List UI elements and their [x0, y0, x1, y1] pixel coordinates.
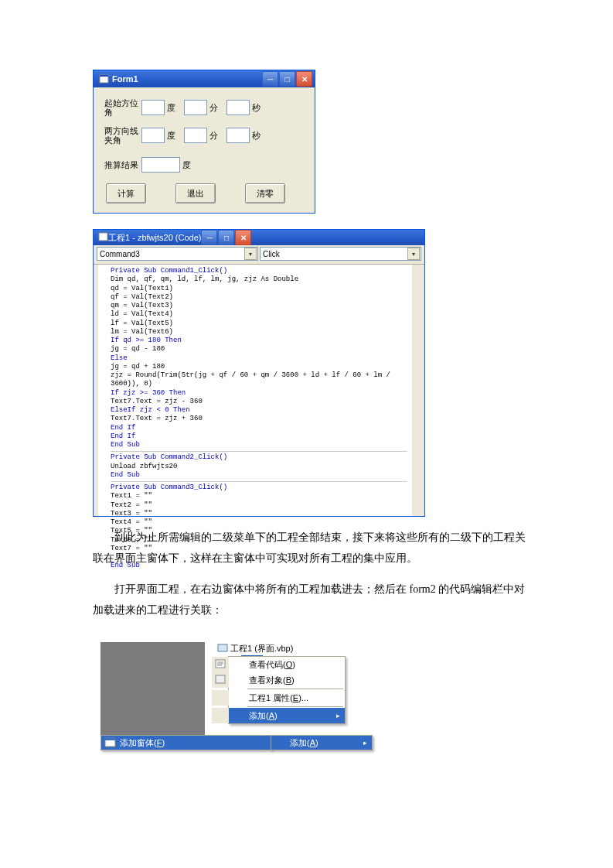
form1-title: Form1 [112, 74, 262, 84]
text2-min[interactable] [184, 100, 207, 115]
unit-min2: 分 [209, 130, 223, 142]
ctx-separator [247, 689, 343, 689]
ctx-view-object[interactable]: 查看对象(B) [212, 672, 345, 688]
submenu-add: 添加窗体(F) [100, 735, 272, 750]
project-icon [217, 643, 228, 654]
clear-button[interactable]: 清零 [245, 183, 285, 203]
unit-deg3: 度 [182, 159, 196, 171]
sub-add-form-label: 添加窗体(F) [120, 737, 165, 749]
buttons-row: 计算 退出 清零 [104, 183, 307, 203]
window-buttons: ─ □ ✕ [262, 71, 312, 87]
ctx-view-code[interactable]: 查看代码(O) [212, 657, 345, 672]
text4-deg[interactable] [141, 128, 165, 143]
unit-min: 分 [209, 102, 223, 114]
svg-rect-10 [105, 738, 115, 740]
code-body[interactable]: Private Sub Command1_Click()Dim qd, qf, … [94, 265, 424, 516]
unit-deg2: 度 [167, 130, 181, 142]
label-start-azimuth: 起始方位角 [104, 98, 141, 117]
code-maximize-button[interactable]: □ [218, 230, 234, 245]
form-icon [98, 74, 109, 84]
label-angle: 两方向线夹角 [104, 126, 141, 145]
unit-sec: 秒 [252, 102, 266, 114]
form1-window: Form1 ─ □ ✕ 起始方位角 度 分 秒 两方向线夹角 度 [93, 70, 315, 214]
unit-deg: 度 [167, 102, 181, 114]
object-icon [214, 674, 226, 686]
ctx-props-label: 工程1 属性(E)... [249, 692, 308, 704]
paragraph-2: 打开界面工程，在右边窗体中将所有的工程加载进去；然后在 form2 的代码编辑栏… [93, 579, 536, 620]
code-close-button[interactable]: ✕ [235, 230, 251, 245]
tree-root[interactable]: 工程1 (界面.vbp) [205, 642, 470, 654]
row-result: 推算结果 度 [104, 154, 307, 176]
form-add-icon [104, 737, 117, 748]
text6-sec[interactable] [226, 128, 250, 143]
proc-combo[interactable]: Click [260, 247, 421, 261]
code-toolbar: Command3 Click [94, 245, 424, 265]
ctx-properties[interactable]: 工程1 属性(E)... [212, 690, 345, 706]
code-minimize-button[interactable]: ─ [201, 230, 217, 245]
svg-rect-1 [100, 75, 108, 77]
row-start-azimuth: 起始方位角 度 分 秒 [104, 97, 307, 118]
maximize-button[interactable]: □ [279, 71, 295, 87]
unit-sec2: 秒 [252, 130, 266, 142]
svg-rect-2 [99, 233, 107, 241]
ctx-separator-2 [247, 706, 343, 707]
object-combo[interactable]: Command3 [97, 247, 258, 261]
tree-root-label: 工程1 (界面.vbp) [230, 643, 293, 654]
ctx-add[interactable]: 添加(A) ▸ [212, 708, 345, 723]
code-titlebar: 工程1 - zbfwjts20 (Code) ─ □ ✕ [94, 230, 424, 245]
minimize-button[interactable]: ─ [262, 71, 278, 87]
vb-icon [98, 232, 108, 243]
form1-titlebar: Form1 ─ □ ✕ [94, 70, 315, 87]
code-window: 工程1 - zbfwjts20 (Code) ─ □ ✕ Command3 Cl… [93, 229, 425, 517]
code-window-buttons: ─ □ ✕ [201, 230, 251, 245]
form1-body: 起始方位角 度 分 秒 两方向线夹角 度 分 秒 推算结果 度 [94, 87, 315, 213]
sub2-add-label: 添加(A) [290, 737, 318, 749]
ctx-view-code-label: 查看代码(O) [249, 659, 295, 671]
label-result: 推算结果 [104, 160, 141, 169]
text5-min[interactable] [184, 128, 207, 143]
sub2-add[interactable]: 添加(A) [271, 736, 372, 750]
code-title: 工程1 - zbfwjts20 (Code) [108, 232, 201, 244]
mdi-gray-pane [100, 642, 205, 735]
svg-rect-3 [218, 644, 227, 651]
text1-deg[interactable] [141, 100, 165, 115]
ctx-add-label: 添加(A) [249, 710, 278, 722]
project-explorer-area: 工程1 (界面.vbp) 窗体 查看代码(O) 查看对象(B) 工程1 属性(E… [100, 642, 470, 749]
calc-button[interactable]: 计算 [106, 183, 146, 203]
code-icon [214, 658, 226, 671]
submenu-arrow-icon: ▸ [336, 712, 340, 719]
text7-result[interactable] [141, 157, 180, 173]
context-menu: 查看代码(O) 查看对象(B) 工程1 属性(E)... 添加(A) ▸ [228, 656, 346, 724]
svg-rect-8 [216, 675, 225, 683]
ctx-view-obj-label: 查看对象(B) [249, 675, 295, 686]
close-button[interactable]: ✕ [296, 71, 312, 87]
sub-add-form[interactable]: 添加窗体(F) [101, 736, 271, 750]
submenu-add-right: 添加(A) [271, 735, 373, 750]
row-angle: 两方向线夹角 度 分 秒 [104, 125, 307, 146]
exit-button[interactable]: 退出 [175, 183, 216, 203]
text3-sec[interactable] [226, 100, 250, 115]
